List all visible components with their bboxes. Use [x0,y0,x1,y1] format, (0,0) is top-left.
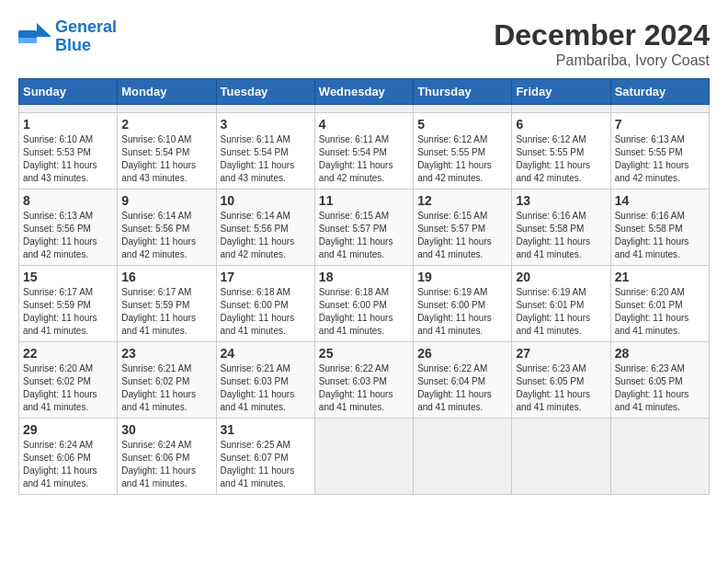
day-info: Sunrise: 6:14 AM Sunset: 5:56 PM Dayligh… [221,210,311,261]
day-number: 23 [121,346,211,361]
day-info: Sunrise: 6:13 AM Sunset: 5:55 PM Dayligh… [615,133,705,185]
day-info: Sunrise: 6:21 AM Sunset: 6:02 PM Dayligh… [121,362,211,414]
day-info: Sunrise: 6:14 AM Sunset: 5:56 PM Dayligh… [121,210,211,261]
day-number: 2 [121,117,211,132]
header-friday: Friday [512,79,610,105]
calendar-cell: 6Sunrise: 6:12 AM Sunset: 5:55 PM Daylig… [512,113,610,190]
day-number: 13 [516,193,606,208]
calendar-cell: 14Sunrise: 6:16 AM Sunset: 5:58 PM Dayli… [610,190,709,266]
calendar-week-row: 8Sunrise: 6:13 AM Sunset: 5:56 PM Daylig… [19,190,710,266]
calendar-cell: 11Sunrise: 6:15 AM Sunset: 5:57 PM Dayli… [314,190,413,266]
calendar-week-row: 15Sunrise: 6:17 AM Sunset: 5:59 PM Dayli… [19,266,710,342]
day-number: 20 [516,270,606,284]
day-info: Sunrise: 6:24 AM Sunset: 6:06 PM Dayligh… [121,439,211,490]
day-number: 10 [221,193,311,208]
header-monday: Monday [118,79,216,105]
calendar-cell: 2Sunrise: 6:10 AM Sunset: 5:54 PM Daylig… [118,113,216,190]
calendar-cell: 23Sunrise: 6:21 AM Sunset: 6:02 PM Dayli… [118,342,216,419]
header-sunday: Sunday [19,79,118,105]
calendar-cell: 30Sunrise: 6:24 AM Sunset: 6:06 PM Dayli… [118,419,216,495]
calendar-cell: 15Sunrise: 6:17 AM Sunset: 5:59 PM Dayli… [19,266,118,342]
day-info: Sunrise: 6:20 AM Sunset: 6:01 PM Dayligh… [615,286,705,338]
day-number: 28 [615,346,705,361]
day-number: 30 [121,422,211,437]
day-info: Sunrise: 6:22 AM Sunset: 6:03 PM Dayligh… [319,362,409,414]
calendar-cell [19,105,118,113]
svg-rect-2 [18,38,37,43]
day-number: 21 [615,270,705,284]
day-info: Sunrise: 6:16 AM Sunset: 5:58 PM Dayligh… [516,210,606,261]
calendar-cell: 1Sunrise: 6:10 AM Sunset: 5:53 PM Daylig… [19,113,118,190]
day-number: 4 [319,117,409,132]
day-number: 8 [23,193,113,208]
day-number: 22 [23,346,113,361]
calendar-cell [610,419,709,495]
days-header-row: Sunday Monday Tuesday Wednesday Thursday… [19,79,710,105]
day-info: Sunrise: 6:25 AM Sunset: 6:07 PM Dayligh… [221,439,311,490]
day-info: Sunrise: 6:24 AM Sunset: 6:06 PM Dayligh… [23,439,113,490]
day-number: 15 [23,270,113,284]
header-saturday: Saturday [610,79,709,105]
day-number: 1 [23,117,113,132]
calendar-title: December 2024 [494,18,710,52]
calendar-cell: 12Sunrise: 6:15 AM Sunset: 5:57 PM Dayli… [414,190,512,266]
day-info: Sunrise: 6:15 AM Sunset: 5:57 PM Dayligh… [417,210,507,261]
calendar-cell [414,105,512,113]
day-info: Sunrise: 6:23 AM Sunset: 6:05 PM Dayligh… [615,362,705,414]
day-number: 11 [319,193,409,208]
svg-marker-1 [37,23,51,37]
day-number: 19 [417,270,507,284]
day-info: Sunrise: 6:12 AM Sunset: 5:55 PM Dayligh… [516,133,606,185]
calendar-cell: 9Sunrise: 6:14 AM Sunset: 5:56 PM Daylig… [118,190,216,266]
day-info: Sunrise: 6:19 AM Sunset: 6:01 PM Dayligh… [516,286,606,338]
day-number: 29 [23,422,113,437]
calendar-cell: 20Sunrise: 6:19 AM Sunset: 6:01 PM Dayli… [512,266,610,342]
calendar-cell [414,419,512,495]
calendar-cell: 31Sunrise: 6:25 AM Sunset: 6:07 PM Dayli… [216,419,314,495]
calendar-cell: 13Sunrise: 6:16 AM Sunset: 5:58 PM Dayli… [512,190,610,266]
day-number: 25 [319,346,409,361]
day-number: 26 [417,346,507,361]
day-number: 27 [516,346,606,361]
calendar-cell: 28Sunrise: 6:23 AM Sunset: 6:05 PM Dayli… [610,342,709,419]
day-info: Sunrise: 6:20 AM Sunset: 6:02 PM Dayligh… [23,362,113,414]
calendar-week-row [19,105,710,113]
calendar-week-row: 1Sunrise: 6:10 AM Sunset: 5:53 PM Daylig… [19,113,710,190]
calendar-cell: 18Sunrise: 6:18 AM Sunset: 6:00 PM Dayli… [314,266,413,342]
calendar-cell: 8Sunrise: 6:13 AM Sunset: 5:56 PM Daylig… [19,190,118,266]
day-number: 9 [121,193,211,208]
day-info: Sunrise: 6:11 AM Sunset: 5:54 PM Dayligh… [221,133,311,185]
day-number: 16 [121,270,211,284]
day-number: 6 [516,117,606,132]
calendar-cell: 22Sunrise: 6:20 AM Sunset: 6:02 PM Dayli… [19,342,118,419]
logo: General Blue [18,18,117,55]
calendar-cell: 24Sunrise: 6:21 AM Sunset: 6:03 PM Dayli… [216,342,314,419]
calendar-cell [314,105,413,113]
day-info: Sunrise: 6:16 AM Sunset: 5:58 PM Dayligh… [615,210,705,261]
calendar-table: Sunday Monday Tuesday Wednesday Thursday… [18,78,710,495]
day-number: 24 [221,346,311,361]
day-number: 14 [615,193,705,208]
calendar-cell: 3Sunrise: 6:11 AM Sunset: 5:54 PM Daylig… [216,113,314,190]
day-info: Sunrise: 6:22 AM Sunset: 6:04 PM Dayligh… [417,362,507,414]
logo-line2: Blue [55,37,117,55]
calendar-cell: 26Sunrise: 6:22 AM Sunset: 6:04 PM Dayli… [414,342,512,419]
calendar-cell: 17Sunrise: 6:18 AM Sunset: 6:00 PM Dayli… [216,266,314,342]
day-info: Sunrise: 6:18 AM Sunset: 6:00 PM Dayligh… [221,286,311,338]
day-info: Sunrise: 6:17 AM Sunset: 5:59 PM Dayligh… [23,286,113,338]
header-wednesday: Wednesday [314,79,413,105]
calendar-cell [216,105,314,113]
calendar-subtitle: Pambariba, Ivory Coast [494,52,710,69]
day-info: Sunrise: 6:21 AM Sunset: 6:03 PM Dayligh… [221,362,311,414]
calendar-cell: 16Sunrise: 6:17 AM Sunset: 5:59 PM Dayli… [118,266,216,342]
calendar-cell [314,419,413,495]
day-info: Sunrise: 6:18 AM Sunset: 6:00 PM Dayligh… [319,286,409,338]
day-number: 12 [417,193,507,208]
day-number: 17 [221,270,311,284]
day-number: 7 [615,117,705,132]
calendar-cell: 10Sunrise: 6:14 AM Sunset: 5:56 PM Dayli… [216,190,314,266]
day-info: Sunrise: 6:17 AM Sunset: 5:59 PM Dayligh… [121,286,211,338]
logo-icon [18,23,51,51]
calendar-cell: 27Sunrise: 6:23 AM Sunset: 6:05 PM Dayli… [512,342,610,419]
day-number: 31 [221,422,311,437]
